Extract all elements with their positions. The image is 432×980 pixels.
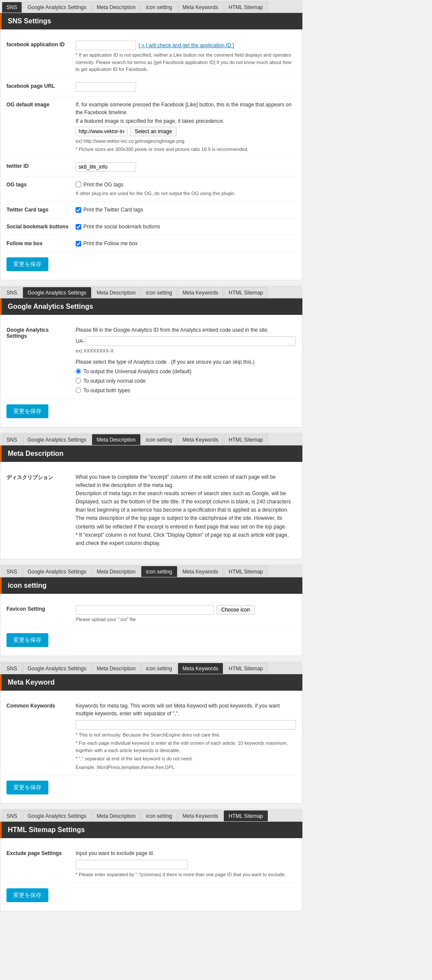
tab-keywords-6[interactable]: Meta Keywords [178,810,223,821]
ga-section-header: Google Analytics Settings [0,298,302,315]
tab-ga-5[interactable]: Google Analytics Settings [23,663,91,674]
tab-sns-4[interactable]: SNS [2,566,22,577]
sitemap-input[interactable] [76,860,188,869]
follow-me-content: Print the Follow me box [76,240,296,247]
twitter-card-checkbox[interactable] [76,207,81,213]
tab-sitemap-3[interactable]: HTML Sitemap [224,434,268,445]
ga-field-row: Google Analytics Settings Please fill in… [6,322,296,399]
keywords-field-row: Common Keywords Keywords for meta tag. T… [6,698,296,776]
twitter-card-label: Twitter Card tags [6,206,76,213]
og-default-image-label: OG default image [6,101,76,108]
tab-icon-6[interactable]: icon setting [141,810,177,821]
tab-icon-1[interactable]: icon setting [141,2,177,13]
ga-radio-label-2: To output both types [83,387,130,394]
facebook-app-id-input[interactable] [76,41,136,50]
tab-sitemap-4[interactable]: HTML Sitemap [224,566,268,577]
meta-field-row: ディスクリプション What you have to complete the … [6,469,296,552]
favicon-content: Choose icon Please upload your ".ico" fi… [76,605,296,623]
sitemap-field-content: Input you want to exclude page id. * Ple… [76,849,296,878]
choose-icon-button[interactable]: Choose icon [216,605,255,615]
tab-keywords-5[interactable]: Meta Keywords [178,663,223,674]
tab-meta-3[interactable]: Meta Description [92,434,140,445]
follow-me-checkbox-label: Print the Follow me box [83,240,137,247]
ga-radio-item-0: To output the Universal Analytics code (… [76,368,296,375]
meta-section-body: ディスクリプション What you have to complete the … [0,462,302,560]
keywords-note-3: Example: WordPress,template,theme,free,G… [76,764,296,771]
social-bookmark-checkbox[interactable] [76,224,81,230]
keywords-section: SNS Google Analytics Settings Meta Descr… [0,661,302,804]
social-bookmark-checkbox-item: Print the social bookmark buttons [76,223,296,231]
ga-radio-group: To output the Universal Analytics code (… [76,368,296,394]
tab-ga-4[interactable]: Google Analytics Settings [23,566,91,577]
facebook-app-id-link[interactable]: [ » I will check and get the application… [139,42,234,49]
tab-sns[interactable]: SNS [2,2,22,13]
tab-sitemap-2[interactable]: HTML Sitemap [224,287,268,298]
icon-tab-bar: SNS Google Analytics Settings Meta Descr… [0,564,302,577]
ga-radio-intro: Please select the type of Analytics code… [76,358,296,366]
tab-sitemap-5[interactable]: HTML Sitemap [224,663,268,674]
tab-sns-6[interactable]: SNS [2,810,22,821]
og-select-image-button[interactable]: Select an image [130,127,177,136]
sns-section-header: SNS Settings [0,13,302,29]
ga-save-button[interactable]: 変更を保存 [6,404,48,418]
social-bookmark-label: Social bookmark buttons [6,223,76,230]
og-image-url-input[interactable] [76,127,127,136]
ga-input-row: UA- [76,336,296,346]
keywords-note-2: * "," separator at end of the last keywo… [76,755,296,762]
favicon-note: Please upload your ".ico" file [76,616,296,623]
sns-save-button[interactable]: 変更を保存 [6,257,48,271]
tab-sitemap-6[interactable]: HTML Sitemap [224,810,268,821]
ga-radio-normal[interactable] [76,378,81,384]
tab-meta-1[interactable]: Meta Description [92,2,140,13]
tab-meta-6[interactable]: Meta Description [92,810,140,821]
tab-sns-3[interactable]: SNS [2,434,22,445]
favicon-label: Favicon Setting [6,605,76,612]
tab-ga-6[interactable]: Google Analytics Settings [23,810,91,821]
keywords-save-button[interactable]: 変更を保存 [6,781,48,794]
favicon-input[interactable] [76,605,214,615]
tab-keywords-2[interactable]: Meta Keywords [178,287,223,298]
facebook-page-url-input[interactable] [76,82,136,92]
ga-radio-item-2: To output both types [76,387,296,394]
tab-keywords-3[interactable]: Meta Keywords [178,434,223,445]
facebook-page-url-label: facebook page URL [6,82,76,89]
twitter-id-label: twitter ID [6,162,76,169]
meta-description-text: What you have to complete the "excerpt" … [76,473,296,548]
ga-example: ex) XXXXXXXX-X [76,347,296,355]
tab-meta-5[interactable]: Meta Description [92,663,140,674]
keywords-input-wrapper [76,720,296,730]
tab-sns-2[interactable]: SNS [2,287,22,298]
follow-me-checkbox[interactable] [76,241,81,247]
og-tags-checkbox[interactable] [76,182,81,187]
icon-section: SNS Google Analytics Settings Meta Descr… [0,564,302,656]
tab-meta-4[interactable]: Meta Description [92,566,140,577]
keywords-note-0: * This is not seriously. Because the Sea… [76,731,296,739]
twitter-id-input[interactable] [76,162,136,172]
sitemap-description: Input you want to exclude page id. [76,849,296,857]
ga-id-input[interactable] [86,336,296,346]
tab-icon-3[interactable]: icon setting [141,434,177,445]
tab-icon-4[interactable]: icon setting [141,566,177,577]
twitter-id-row: twitter ID [6,158,296,176]
tab-sitemap-1[interactable]: HTML Sitemap [224,2,268,13]
tab-sns-5[interactable]: SNS [2,663,22,674]
og-example: ex) http://www.vektor-inc.co.jp/images/o… [76,138,296,145]
keywords-input[interactable] [76,720,296,730]
tab-ga-1[interactable]: Google Analytics Settings [23,2,91,13]
ga-radio-both[interactable] [76,388,81,393]
sitemap-save-button[interactable]: 変更を保存 [6,888,48,902]
tab-meta-2[interactable]: Meta Description [92,287,140,298]
tab-keywords-1[interactable]: Meta Keywords [178,2,223,13]
ga-radio-universal[interactable] [76,368,81,374]
tab-ga-2[interactable]: Google Analytics Settings [23,287,91,298]
sitemap-note: * Please enter separated by ","(commas) … [76,871,296,878]
tab-icon-2[interactable]: icon setting [141,287,177,298]
tab-keywords-4[interactable]: Meta Keywords [178,566,223,577]
icon-save-button[interactable]: 変更を保存 [6,633,48,647]
favicon-input-row: Choose icon [76,605,296,615]
tab-icon-5[interactable]: icon setting [141,663,177,674]
keywords-tab-bar: SNS Google Analytics Settings Meta Descr… [0,661,302,674]
og-tags-checkbox-item: Print the OG tags [76,181,296,189]
tab-ga-3[interactable]: Google Analytics Settings [23,434,91,445]
ga-radio-label-0: To output the Universal Analytics code (… [83,368,191,375]
